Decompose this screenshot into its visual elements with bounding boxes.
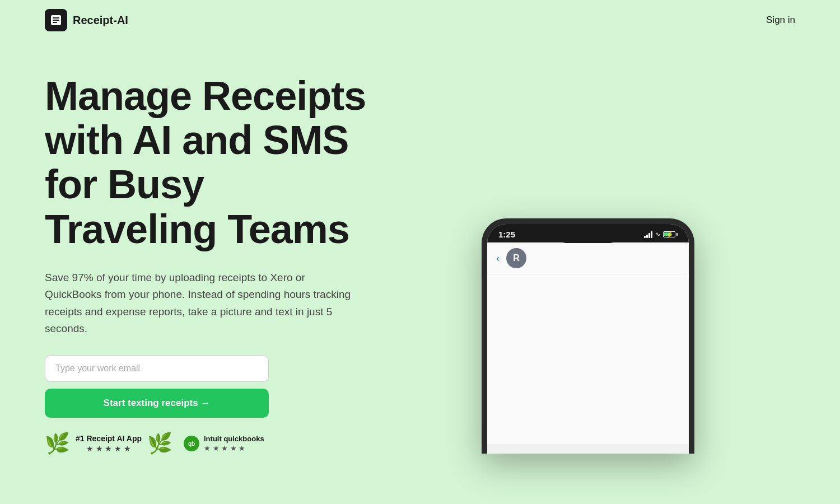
badges-area: 🌿 #1 Receipt AI App ★ ★ ★ ★ ★ 🌿 qb intui…: [45, 433, 381, 454]
phone-icons: ∿ ⚡: [644, 231, 678, 238]
award-badge: 🌿 #1 Receipt AI App ★ ★ ★ ★ ★ 🌿: [45, 433, 172, 454]
logo-area: Receipt-AI: [45, 9, 128, 31]
qb-stars: ★ ★ ★ ★ ★: [204, 444, 264, 452]
laurel-left-icon: 🌿: [45, 433, 70, 454]
sign-in-link[interactable]: Sign in: [766, 15, 795, 26]
contact-avatar: R: [506, 248, 526, 268]
svg-rect-1: [53, 17, 59, 18]
dynamic-island: [557, 225, 619, 243]
right-column: 1:25 ∿: [381, 74, 795, 454]
hero-subtitle: Save 97% of your time by uploading recei…: [45, 269, 358, 338]
back-arrow-icon: ‹: [496, 253, 500, 264]
logo-icon: [45, 9, 67, 31]
svg-rect-2: [53, 20, 59, 21]
phone-mockup: 1:25 ∿: [482, 218, 694, 454]
battery-icon: ⚡: [663, 231, 678, 237]
phone-screen: ‹ R: [487, 242, 689, 444]
logo-text: Receipt-AI: [73, 14, 128, 27]
qb-icon: qb: [184, 436, 199, 451]
award-stars: ★ ★ ★ ★ ★: [76, 444, 142, 453]
cta-button[interactable]: Start texting receipts →: [45, 389, 269, 418]
qb-name: intuit quickbooks: [204, 435, 264, 443]
chat-header: ‹ R: [487, 242, 689, 274]
signal-bars-icon: [644, 231, 652, 238]
svg-rect-3: [53, 22, 57, 23]
phone-time: 1:25: [498, 230, 515, 239]
hero-title: Manage Receipts with AI and SMS for Busy…: [45, 74, 381, 251]
wifi-icon: ∿: [655, 231, 660, 238]
quickbooks-badge: qb intuit quickbooks ★ ★ ★ ★ ★: [184, 435, 264, 452]
qb-logo: qb: [184, 436, 199, 451]
email-input[interactable]: [45, 355, 269, 382]
laurel-right-icon: 🌿: [147, 433, 172, 454]
award-title: #1 Receipt AI App: [76, 434, 142, 443]
left-column: Manage Receipts with AI and SMS for Busy…: [45, 74, 381, 454]
phone-mockup-container: 1:25 ∿: [482, 218, 694, 454]
